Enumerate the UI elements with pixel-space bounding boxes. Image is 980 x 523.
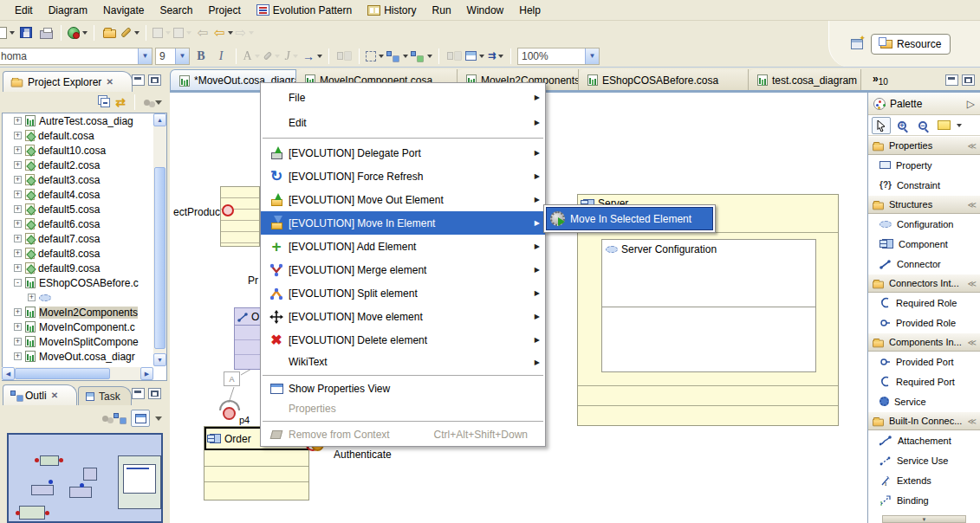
palette-item-required-port[interactable]: Required Port bbox=[868, 371, 980, 391]
scroll-thumb[interactable] bbox=[154, 167, 165, 349]
menu-item-edit[interactable]: Edit▶ bbox=[261, 110, 545, 135]
tab-outline[interactable]: Outli ✕ bbox=[3, 384, 77, 405]
menu-navigate[interactable]: Navigate bbox=[95, 2, 152, 19]
expander[interactable]: + bbox=[14, 161, 22, 169]
expander[interactable]: + bbox=[14, 205, 22, 213]
tree-item[interactable]: -EShopCOSABefore.c bbox=[3, 275, 166, 290]
print-button[interactable] bbox=[37, 23, 55, 42]
menu-item-remove-from-context[interactable]: Remove from ContextCtrl+Alt+Shift+Down bbox=[261, 424, 545, 444]
pin-icon[interactable]: ≪ bbox=[968, 338, 977, 347]
menu-item-move-in[interactable]: [EVOLUTION] Move In Element▶ bbox=[261, 211, 545, 235]
tree-item[interactable]: +MoveInSplitCompone bbox=[3, 334, 166, 349]
menu-item-merge-element[interactable]: [EVOLUTION] Merge element▶ bbox=[261, 258, 545, 281]
drawer-builtin-connectors[interactable]: Built-In Connec...≪ bbox=[868, 411, 980, 430]
tree-item[interactable]: +default3.cosa bbox=[3, 172, 166, 187]
line-style-button[interactable]: → bbox=[302, 47, 322, 66]
menu-item-file[interactable]: File▶ bbox=[261, 85, 545, 110]
scroll-left-icon[interactable]: ◀ bbox=[2, 367, 15, 380]
scroll-right-icon[interactable]: ▶ bbox=[140, 367, 153, 380]
palette-item-provided-port[interactable]: Provided Port bbox=[868, 352, 980, 371]
scroll-thumb[interactable] bbox=[15, 368, 110, 379]
filters-icon[interactable] bbox=[144, 100, 150, 106]
brush-button[interactable] bbox=[120, 23, 140, 42]
tree-item[interactable]: +default4.cosa bbox=[3, 187, 166, 202]
menu-item-show-properties[interactable]: Show Properties View bbox=[261, 378, 545, 399]
port-circle[interactable] bbox=[222, 204, 234, 216]
export-button[interactable] bbox=[173, 23, 191, 42]
tab-task[interactable]: Task bbox=[78, 386, 132, 405]
zoom-in-tool[interactable]: + bbox=[892, 117, 912, 134]
font-size-combo[interactable]: 9▼ bbox=[155, 48, 190, 65]
editor-tab[interactable]: test.cosa_diagram bbox=[749, 69, 861, 91]
select-tool[interactable] bbox=[872, 117, 891, 134]
annotation-anchor[interactable]: A bbox=[224, 371, 240, 386]
tree-item[interactable]: +default.cosa bbox=[3, 128, 166, 143]
view-menu-icon[interactable] bbox=[155, 416, 162, 421]
drawer-structures[interactable]: Structures≪ bbox=[868, 195, 980, 214]
palette-item-provided-role[interactable]: Provided Role bbox=[868, 313, 980, 333]
server-inner-box[interactable] bbox=[601, 307, 816, 372]
expander[interactable]: + bbox=[14, 146, 22, 154]
menu-diagram[interactable]: Diagram bbox=[41, 2, 95, 19]
submenu-item-move-in-selected[interactable]: Move In Selected Element bbox=[546, 207, 713, 230]
expander[interactable]: + bbox=[14, 338, 22, 345]
pin-icon[interactable]: ≪ bbox=[968, 200, 977, 210]
link-editor-icon[interactable]: ⇄ bbox=[115, 95, 126, 109]
tab-overflow-button[interactable]: »10 bbox=[873, 73, 888, 87]
tree-item[interactable]: +default8.cosa bbox=[3, 246, 166, 261]
tree-item[interactable]: +default10.cosa bbox=[3, 143, 166, 158]
palette-header[interactable]: Palette ▷ bbox=[868, 93, 980, 115]
server-configuration-box[interactable]: Server Configuration bbox=[601, 239, 816, 307]
palette-item-configuration[interactable]: Configuration bbox=[868, 214, 980, 234]
minimize-button[interactable] bbox=[132, 388, 145, 399]
collapse-all-icon[interactable] bbox=[101, 98, 110, 107]
close-icon[interactable]: ✕ bbox=[51, 391, 58, 400]
tree-view-icon[interactable] bbox=[114, 413, 119, 418]
minimize-button[interactable] bbox=[945, 74, 958, 86]
menu-window[interactable]: Window bbox=[459, 2, 512, 19]
palette-item-service[interactable]: Service bbox=[868, 391, 980, 411]
pin-icon[interactable]: ≪ bbox=[968, 279, 977, 288]
font-combo[interactable]: homa▼ bbox=[0, 48, 153, 65]
palette-item-connector[interactable]: Connector bbox=[868, 254, 980, 274]
back-button[interactable]: ⇦ bbox=[214, 23, 233, 42]
tree-item[interactable]: + bbox=[3, 290, 166, 305]
palette-item-attachement[interactable]: Attachement bbox=[868, 430, 980, 450]
palette-item-extends[interactable]: IExtends bbox=[868, 470, 980, 490]
drawer-connectors-interface[interactable]: Connectors Int...≪ bbox=[868, 274, 980, 293]
forward-button[interactable]: ⇨ bbox=[236, 23, 255, 42]
scroll-down-icon[interactable]: ▼ bbox=[153, 353, 166, 366]
font-color-button[interactable]: A bbox=[243, 47, 260, 66]
pin-icon[interactable]: ≪ bbox=[968, 141, 977, 151]
tree-item-selected[interactable]: +MoveIn2Components bbox=[3, 305, 166, 320]
open-button[interactable] bbox=[101, 23, 118, 42]
outline-thumbnail[interactable] bbox=[7, 433, 163, 523]
palette-item-service-use[interactable]: Service Use bbox=[868, 450, 980, 470]
palette-item-property[interactable]: Property bbox=[868, 155, 980, 175]
expander[interactable]: - bbox=[14, 279, 22, 287]
expander[interactable]: + bbox=[14, 323, 22, 331]
zoom-out-tool[interactable]: − bbox=[913, 117, 932, 134]
menu-edit[interactable]: Edit bbox=[7, 2, 41, 19]
menu-evolution-pattern[interactable]: Evolution Pattern bbox=[249, 2, 360, 19]
expander[interactable]: + bbox=[14, 249, 22, 257]
pin-icon[interactable]: ≪ bbox=[968, 416, 977, 426]
close-icon[interactable]: ✕ bbox=[106, 77, 113, 87]
italic-button[interactable]: I bbox=[212, 47, 230, 66]
palette-item-required-role[interactable]: Required Role bbox=[868, 293, 980, 313]
zoom-combo[interactable]: 100%▼ bbox=[517, 48, 600, 65]
editor-tab[interactable]: EShopCOSABefore.cosa bbox=[579, 69, 749, 91]
arrange-button[interactable] bbox=[386, 47, 408, 66]
bold-button[interactable]: B bbox=[192, 47, 210, 66]
expander[interactable]: + bbox=[14, 132, 22, 139]
fill-color-button[interactable] bbox=[263, 47, 280, 66]
expander[interactable]: + bbox=[14, 235, 22, 242]
menu-project[interactable]: Project bbox=[200, 2, 248, 19]
note-tool[interactable] bbox=[934, 117, 953, 134]
copy-appearance-button[interactable] bbox=[335, 47, 353, 66]
menu-item-split-element[interactable]: [EVOLUTION] Split element▶ bbox=[261, 281, 545, 305]
maximize-button[interactable] bbox=[962, 74, 975, 86]
tree-item[interactable]: +default7.cosa bbox=[3, 231, 166, 246]
filters-icon[interactable] bbox=[102, 416, 108, 422]
view-split-button[interactable] bbox=[465, 47, 484, 66]
